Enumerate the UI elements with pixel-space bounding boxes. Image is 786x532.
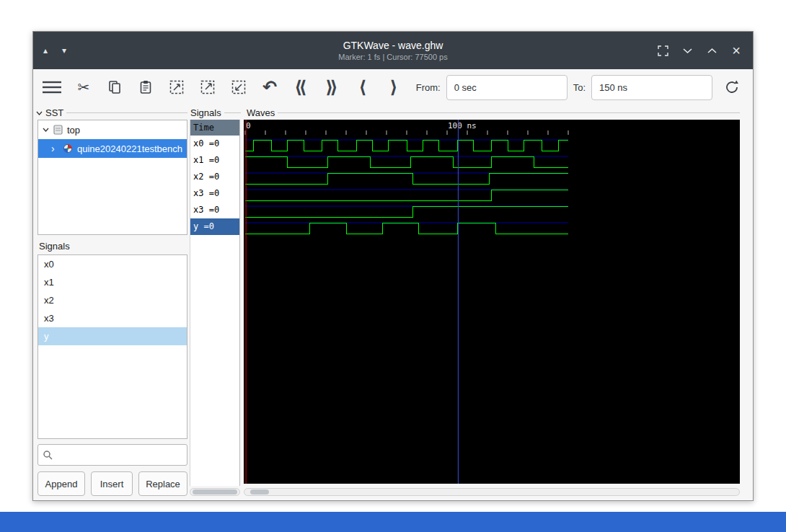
- signal-name-row[interactable]: y =0: [190, 218, 239, 235]
- waveform-canvas[interactable]: 0100 ns: [244, 120, 740, 484]
- menu-hamburger-icon[interactable]: [42, 77, 62, 97]
- sst-frame-label: SST: [36, 107, 187, 118]
- insert-button[interactable]: Insert: [91, 471, 133, 496]
- module-icon: [53, 125, 63, 135]
- scroll-down-icon[interactable]: ▾: [62, 45, 66, 56]
- to-label: To:: [573, 82, 586, 93]
- signal-list-item[interactable]: x0: [38, 255, 187, 273]
- tree-item-label: top: [67, 125, 80, 136]
- names-frame-label: Signals: [190, 107, 241, 118]
- signal-list-item[interactable]: y: [38, 327, 187, 345]
- chevron-down-icon[interactable]: [681, 44, 694, 57]
- desktop-taskbar-strip: [0, 512, 786, 532]
- wave-display[interactable]: 0100 ns: [244, 120, 740, 484]
- titlebar[interactable]: ▴ ▾ GTKWave - wave.ghw Marker: 1 fs | Cu…: [33, 32, 753, 69]
- names-signals-label: Signals: [190, 107, 221, 118]
- sst-label: SST: [45, 107, 63, 118]
- signal-name-row[interactable]: x0 =0: [190, 136, 239, 152]
- signal-name-row[interactable]: x3 =0: [190, 202, 239, 218]
- tree-item-top[interactable]: top: [38, 120, 187, 139]
- zoom-in-selection-icon[interactable]: [198, 77, 217, 97]
- gtkwave-window: ▴ ▾ GTKWave - wave.ghw Marker: 1 fs | Cu…: [32, 31, 754, 501]
- titlebar-right-buttons: ×: [656, 32, 743, 69]
- collapsed-chevron-icon[interactable]: ›: [51, 143, 58, 154]
- fit-window-icon[interactable]: [656, 44, 669, 57]
- from-input[interactable]: [446, 75, 568, 100]
- svg-text:0: 0: [246, 121, 251, 130]
- sst-collapse-icon[interactable]: [36, 111, 43, 115]
- zoom-fit-icon[interactable]: [167, 77, 186, 97]
- testbench-icon: [63, 143, 73, 154]
- jump-to-start-icon[interactable]: ⟪: [291, 77, 310, 97]
- names-scrollbar-thumb[interactable]: [193, 489, 237, 495]
- window-title: GTKWave - wave.ghw: [33, 40, 753, 51]
- signal-name-row[interactable]: x1 =0: [190, 152, 239, 169]
- waves-scrollbar-thumb[interactable]: [250, 489, 269, 495]
- from-label: From:: [416, 82, 441, 93]
- waves-frame-label: Waves: [247, 107, 740, 118]
- signal-search-box[interactable]: [37, 444, 187, 466]
- zoom-out-selection-icon[interactable]: [229, 77, 248, 97]
- signal-list-item[interactable]: x1: [38, 273, 187, 291]
- tree-item-label: quine20240221testbench: [77, 143, 182, 154]
- titlebar-left-buttons: ▴ ▾: [43, 32, 66, 69]
- names-horizontal-scrollbar[interactable]: [190, 488, 240, 496]
- reload-icon[interactable]: [723, 77, 741, 97]
- signal-names-panel: Time x0 =0x1 =0x2 =0x3 =0x3 =0y =0: [190, 120, 240, 486]
- search-icon: [43, 450, 53, 461]
- scroll-up-icon[interactable]: ▴: [43, 45, 48, 56]
- svg-text:100 ns: 100 ns: [448, 121, 477, 130]
- signal-name-row[interactable]: x2 =0: [190, 169, 239, 185]
- signal-name-row[interactable]: x3 =0: [190, 185, 239, 202]
- signals-list-label: Signals: [39, 241, 70, 252]
- time-range-controls: From: To:: [416, 75, 741, 100]
- signal-list-item[interactable]: x2: [38, 291, 187, 309]
- close-icon[interactable]: ×: [730, 44, 743, 57]
- waves-label: Waves: [247, 107, 275, 118]
- append-button[interactable]: Append: [37, 471, 85, 496]
- to-input[interactable]: [591, 75, 712, 100]
- paste-icon[interactable]: [136, 77, 155, 97]
- sst-tree-panel: top › quine20240221testbench: [37, 120, 187, 235]
- signal-search-frame-label: Signals: [39, 241, 187, 252]
- tree-item-testbench[interactable]: › quine20240221testbench: [38, 139, 187, 158]
- copy-icon[interactable]: [105, 77, 124, 97]
- previous-edge-icon[interactable]: ⟨: [353, 77, 372, 97]
- time-header[interactable]: Time: [190, 120, 239, 136]
- expanded-chevron-icon[interactable]: [43, 128, 49, 132]
- chevron-up-icon[interactable]: [705, 44, 718, 57]
- jump-to-end-icon[interactable]: ⟫: [322, 77, 341, 97]
- toolbar: ✂: [33, 69, 753, 105]
- next-edge-icon[interactable]: ⟩: [384, 77, 403, 97]
- signal-list-item[interactable]: x3: [38, 309, 187, 327]
- search-input[interactable]: [53, 445, 187, 465]
- replace-button[interactable]: Replace: [138, 471, 187, 496]
- signal-list: x0x1x2x3y: [37, 254, 187, 439]
- waves-horizontal-scrollbar[interactable]: [244, 488, 740, 496]
- window-status-line: Marker: 1 fs | Cursor: 77500 ps: [33, 53, 753, 61]
- titlebar-center: GTKWave - wave.ghw Marker: 1 fs | Cursor…: [33, 40, 753, 61]
- signal-name-rows: x0 =0x1 =0x2 =0x3 =0x3 =0y =0: [190, 136, 239, 235]
- cut-icon[interactable]: ✂: [74, 77, 93, 97]
- undo-icon[interactable]: ↶: [260, 77, 279, 97]
